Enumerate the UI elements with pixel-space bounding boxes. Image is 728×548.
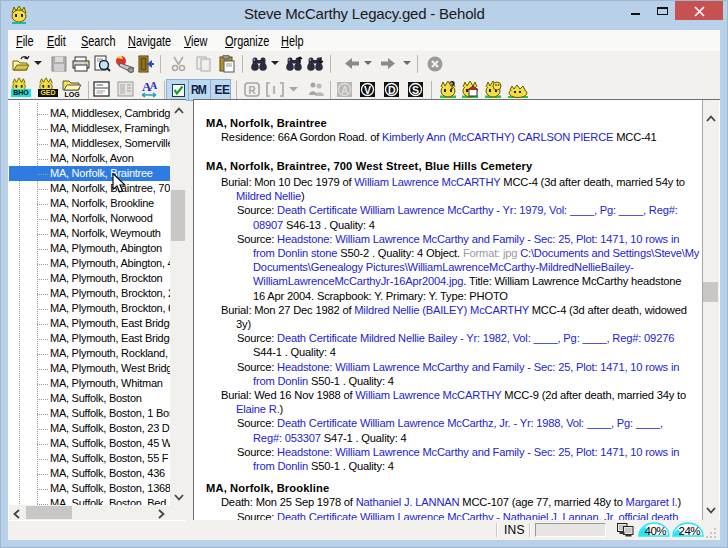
svg-text:I: I [273, 84, 276, 96]
svg-text:S: S [412, 84, 419, 96]
svg-text:24%: 24% [679, 525, 701, 537]
svg-text:V: V [364, 84, 371, 96]
svg-text:A: A [150, 80, 158, 91]
svg-text:R: R [249, 85, 257, 96]
svg-text:D: D [388, 84, 396, 96]
svg-text:40%: 40% [645, 525, 667, 537]
svg-text:A: A [341, 84, 349, 96]
svg-text:?: ? [449, 80, 455, 91]
